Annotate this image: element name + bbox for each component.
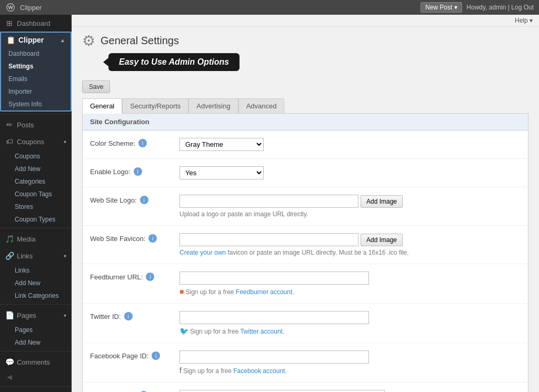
coupons-add-new-link[interactable]: Add New xyxy=(0,163,72,175)
tracking-code-textarea[interactable] xyxy=(179,390,385,392)
facebook-icon: f xyxy=(179,366,182,375)
rss-icon: ■ xyxy=(179,287,184,296)
coupons-icon: 🏷 xyxy=(5,137,14,146)
page-heading: ⚙ General Settings xyxy=(72,27,539,52)
enable-logo-row: Enable Logo: i Yes No xyxy=(83,159,528,187)
feedburner-control: ■Sign up for a free Feedburner account. xyxy=(179,272,521,296)
website-logo-info-icon[interactable]: i xyxy=(140,196,148,204)
twitter-info-icon[interactable]: i xyxy=(124,312,133,320)
tab-advanced[interactable]: Advanced xyxy=(238,98,285,113)
stores-link[interactable]: Stores xyxy=(0,200,72,213)
media-icon: 🎵 xyxy=(5,235,14,243)
sidebar-item-comments[interactable]: 💬 Comments xyxy=(0,354,72,370)
links-submenu: Links Add New Link Categories xyxy=(0,264,72,302)
coupons-arrow-icon: ▾ xyxy=(64,139,66,145)
color-scheme-row: Color Scheme: i Gray Theme Blue Theme De… xyxy=(83,130,528,159)
clipper-settings-link[interactable]: Settings xyxy=(1,60,71,73)
clipper-dashboard-link[interactable]: Dashboard xyxy=(1,47,71,60)
facebook-page-id-row: Facebook Page ID: i fSign up for a free … xyxy=(83,343,528,383)
pages-arrow-icon: ▾ xyxy=(64,313,66,318)
section-title: Site Configuration xyxy=(83,114,528,130)
website-logo-input[interactable] xyxy=(179,195,358,208)
clipper-system-info-link[interactable]: System Info xyxy=(1,98,71,110)
tab-general[interactable]: General xyxy=(82,98,122,114)
color-scheme-label: Color Scheme: i xyxy=(90,138,174,147)
pages-link[interactable]: Pages xyxy=(0,324,72,336)
clipper-emails-link[interactable]: Emails xyxy=(1,73,71,85)
clipper-importer-link[interactable]: Importer xyxy=(1,85,71,98)
settings-tabs: General Security/Reports Advertising Adv… xyxy=(82,98,528,113)
svg-text:W: W xyxy=(8,4,13,10)
twitter-label: Twitter ID: i xyxy=(90,311,174,320)
sidebar-item-media[interactable]: 🎵 Media xyxy=(0,230,72,247)
coupon-tags-link[interactable]: Coupon Tags xyxy=(0,188,72,200)
tab-advertising[interactable]: Advertising xyxy=(188,98,238,113)
sidebar-item-appearance[interactable]: 🎨 Appearance ▾ xyxy=(0,389,72,392)
admin-user-link[interactable]: admin xyxy=(489,4,506,11)
feedburner-account-link[interactable]: Feedburner account xyxy=(236,288,292,296)
links-arrow-icon: ▾ xyxy=(64,253,66,259)
comments-icon: 💬 xyxy=(5,358,14,366)
enable-logo-select[interactable]: Yes No xyxy=(179,166,264,179)
create-own-favicon-link[interactable]: Create your own xyxy=(179,249,226,256)
howdy-text: Howdy, admin | Log Out xyxy=(466,4,534,11)
pages-add-new-link[interactable]: Add New xyxy=(0,336,72,349)
enable-logo-control: Yes No xyxy=(179,166,521,179)
website-logo-help: Upload a logo or paste an image URL dire… xyxy=(179,210,521,218)
sidebar-item-dashboard[interactable]: ⊞ Dashboard xyxy=(0,15,72,32)
admin-bar: W Clipper New Post ▾ Howdy, admin | Log … xyxy=(0,0,539,15)
logout-link[interactable]: Log Out xyxy=(511,4,534,11)
website-favicon-control: Add Image Create your own favicon or pas… xyxy=(179,233,521,256)
website-logo-add-image-button[interactable]: Add Image xyxy=(361,195,403,208)
link-categories-link[interactable]: Link Categories xyxy=(0,289,72,302)
coupons-link[interactable]: Coupons xyxy=(0,150,72,163)
feedburner-url-row: Feedburner URL: i ■Sign up for a free Fe… xyxy=(83,264,528,304)
site-name: Clipper xyxy=(20,4,42,12)
website-favicon-label: Web Site Favicon: i xyxy=(90,233,174,243)
color-scheme-control: Gray Theme Blue Theme Default xyxy=(179,138,521,151)
website-favicon-help: Create your own favicon or paste an imag… xyxy=(179,249,521,256)
tracking-code-row: Tracking Code: i xyxy=(83,383,528,392)
dashboard-icon: ⊞ xyxy=(5,19,14,27)
sidebar-item-coupons[interactable]: 🏷 Coupons ▾ xyxy=(0,133,72,150)
color-scheme-info-icon[interactable]: i xyxy=(138,139,147,147)
facebook-account-link[interactable]: Facebook account xyxy=(233,367,285,375)
sidebar-item-links[interactable]: 🔗 Links ▾ xyxy=(0,247,72,264)
coupons-categories-link[interactable]: Categories xyxy=(0,175,72,188)
sidebar-item-pages[interactable]: 📄 Pages ▾ xyxy=(0,307,72,324)
save-row: Save xyxy=(72,78,539,98)
facebook-info-icon[interactable]: i xyxy=(152,351,160,360)
tab-security[interactable]: Security/Reports xyxy=(122,98,188,113)
links-add-new-link[interactable]: Add New xyxy=(0,277,72,289)
submenu-arrow-icon: ▲ xyxy=(60,37,65,43)
facebook-input[interactable] xyxy=(179,350,369,364)
website-favicon-input[interactable] xyxy=(179,233,358,246)
dropdown-arrow-icon: ▾ xyxy=(454,4,457,11)
facebook-help: fSign up for a free Facebook account. xyxy=(179,366,521,375)
feedburner-label: Feedburner URL: i xyxy=(90,272,174,281)
enable-logo-info-icon[interactable]: i xyxy=(134,167,142,176)
twitter-icon: 🐦 xyxy=(179,327,188,335)
feedburner-info-icon[interactable]: i xyxy=(146,273,154,281)
website-logo-row: Web Site Logo: i Add Image Upload a logo… xyxy=(83,187,528,226)
save-button[interactable]: Save xyxy=(82,81,110,93)
sidebar-item-posts[interactable]: ✏ Posts xyxy=(0,116,72,133)
links-link[interactable]: Links xyxy=(0,264,72,277)
help-button[interactable]: Help ▾ xyxy=(515,17,533,24)
new-post-button[interactable]: New Post ▾ xyxy=(421,2,462,13)
twitter-account-link[interactable]: Twitter account xyxy=(240,328,283,335)
clipper-submenu-header[interactable]: 📋 Clipper ▲ xyxy=(1,33,71,47)
collapse-icon[interactable]: ◄ xyxy=(5,373,14,381)
website-favicon-info-icon[interactable]: i xyxy=(148,234,157,243)
twitter-input[interactable] xyxy=(179,311,369,324)
wp-logo: W xyxy=(5,2,16,13)
facebook-control: fSign up for a free Facebook account. xyxy=(179,350,521,375)
website-favicon-add-image-button[interactable]: Add Image xyxy=(361,234,403,246)
feedburner-input[interactable] xyxy=(179,272,369,285)
coupon-types-link[interactable]: Coupon Types xyxy=(0,213,72,226)
color-scheme-select[interactable]: Gray Theme Blue Theme Default xyxy=(179,138,264,151)
page-title: General Settings xyxy=(101,35,179,47)
website-logo-control: Add Image Upload a logo or paste an imag… xyxy=(179,195,521,218)
twitter-control: 🐦Sign up for a free Twitter account. xyxy=(179,311,521,335)
general-settings-icon: ⚙ xyxy=(82,32,95,49)
